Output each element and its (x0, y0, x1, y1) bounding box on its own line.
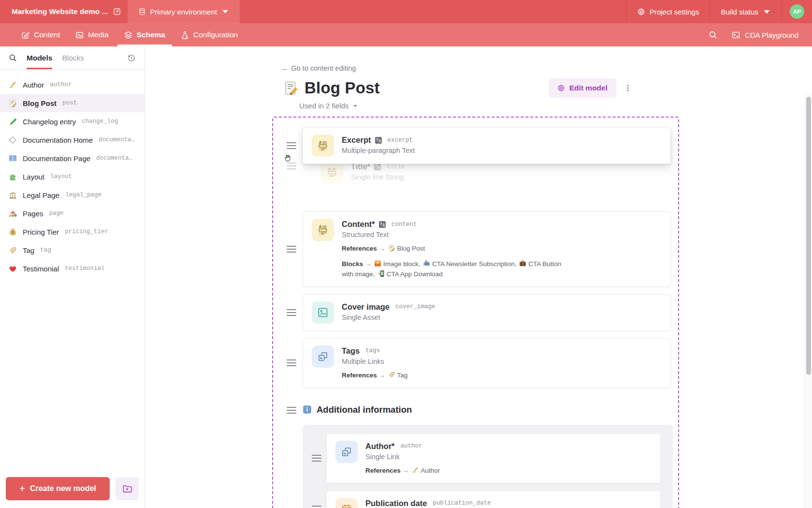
field-name: Excerpt (342, 135, 371, 145)
field-name: Author* (365, 442, 395, 451)
localized-icon (374, 164, 381, 170)
sidebar-item-author[interactable]: Authorauthor (0, 75, 145, 94)
field-name: Content* (342, 220, 375, 229)
field-card-author[interactable]: Author* author Single Link References → … (326, 433, 661, 483)
external-link-icon[interactable] (113, 8, 121, 15)
field-api-key: cover_image (395, 303, 435, 310)
tab-blocks[interactable]: Blocks (62, 46, 84, 69)
field-references: References → Tag (342, 371, 407, 381)
edit-model-button[interactable]: Edit model (549, 78, 616, 98)
asset-field-icon (312, 301, 334, 324)
sidebar-item-post[interactable]: Blog Postpost (0, 94, 145, 112)
drag-handle-ghost (287, 163, 296, 169)
field-row-tags: Tags tags Multiple Links References → Ta… (303, 338, 671, 388)
tab-configuration[interactable]: Configuration (173, 23, 246, 46)
kebab-menu-icon[interactable] (624, 84, 632, 92)
drag-handle[interactable] (287, 359, 296, 366)
chevron-down-icon (221, 8, 229, 15)
tab-content[interactable]: Content (14, 23, 68, 46)
drag-handle[interactable] (287, 407, 296, 414)
create-new-model-button[interactable]: + Create new model (6, 477, 110, 500)
field-row-excerpt: Title* title Single-line String (303, 127, 671, 204)
field-api-key: tags (365, 347, 380, 354)
model-api-key: change_log (82, 118, 118, 125)
field-references: References → Blog Post (342, 244, 570, 254)
sidebar-item-change_log[interactable]: Changelog entrychange_log (0, 112, 145, 131)
history-icon[interactable] (127, 54, 136, 62)
field-card-excerpt[interactable]: Excerpt excerpt Multiple-paragraph Text (303, 127, 671, 164)
navbar-right: CDA Playground (709, 23, 812, 46)
field-card-publication-date[interactable]: 31 Publication date publication_date Dat… (326, 491, 661, 508)
drag-handle[interactable] (287, 246, 296, 253)
drag-handle[interactable] (312, 455, 321, 462)
used-in-fields-toggle[interactable]: Used in 2 fields (299, 102, 358, 110)
pencil-square-icon (21, 31, 29, 39)
cda-playground-button[interactable]: CDA Playground (732, 31, 798, 39)
avatar[interactable]: AP (790, 4, 804, 19)
project-settings-button[interactable]: Project settings (626, 0, 710, 23)
field-api-key: title (387, 164, 405, 170)
field-card-content[interactable]: Content* content Structured Text Referen… (303, 211, 671, 287)
links-field-icon (312, 345, 334, 368)
flask-icon (181, 31, 189, 39)
build-status-button[interactable]: Build status (710, 0, 782, 23)
field-api-key: publication_date (433, 500, 491, 507)
section-title: Additional information (317, 404, 412, 415)
sidebar-item-legal_page[interactable]: Legal Pagelegal_page (0, 186, 145, 204)
text-field-icon (312, 134, 334, 157)
puzzle-icon (9, 173, 17, 181)
sidebar-header: Models Blocks (0, 46, 145, 70)
scrollbar-thumb[interactable] (806, 97, 811, 375)
field-card-tags[interactable]: Tags tags Multiple Links References → Ta… (303, 338, 671, 388)
model-api-key: documentati… (99, 136, 136, 143)
vertical-scrollbar[interactable] (805, 93, 812, 508)
calendar-field-icon: 31 (335, 498, 358, 508)
sidebar-item-pricing_tier[interactable]: Pricing Tierpricing_tier (0, 223, 145, 241)
sidebar-item-tag[interactable]: Tagtag (0, 241, 145, 259)
topbar-spacer (240, 0, 626, 23)
heart-icon (9, 265, 17, 273)
field-card-cover-image[interactable]: Cover image cover_image Single Asset (303, 294, 671, 331)
mailbox-icon (423, 260, 430, 267)
edit-model-label: Edit model (569, 84, 608, 92)
model-name: Legal Page (23, 191, 59, 199)
sidebar-item-layout[interactable]: Layoutlayout (0, 167, 145, 186)
field-name: Tags (342, 346, 360, 356)
model-list: AuthorauthorBlog PostpostChangelog entry… (0, 70, 145, 278)
field-row-publication-date: 31 Publication date publication_date Dat… (326, 491, 661, 508)
terminal-icon (732, 31, 740, 39)
project-title-area[interactable]: Marketing Website demo ... (0, 0, 128, 23)
money-bag-icon (9, 228, 17, 236)
back-to-content-link[interactable]: ← Go to content editing (272, 64, 356, 72)
topbar: Marketing Website demo ... Primary envir… (0, 0, 812, 23)
sidebar-item-documentati[interactable]: Documentation Homedocumentati… (0, 131, 145, 149)
writing-hand-icon (9, 81, 17, 89)
tab-schema[interactable]: Schema (116, 23, 173, 46)
main-navbar: Content Media Schema Configuration CDA P… (0, 23, 812, 46)
memo-icon (284, 81, 298, 95)
bank-icon (9, 191, 17, 199)
sidebar-item-testimonial[interactable]: Testimonialtestimonial (0, 259, 145, 278)
drag-handle[interactable] (287, 142, 296, 149)
sidebar-item-documentatio[interactable]: Documentation Pagedocumentatio… (0, 149, 145, 167)
chevron-down-icon (763, 8, 771, 16)
build-status-label: Build status (721, 8, 758, 16)
search-icon[interactable] (9, 54, 17, 62)
field-api-key: content (392, 221, 417, 228)
drag-handle[interactable] (312, 506, 321, 508)
main-content: ← Go to content editing Blog Post Edit m… (145, 46, 812, 508)
model-api-key: pricing_tier (65, 228, 108, 235)
sidebar-item-page[interactable]: Pagespage (0, 204, 145, 223)
tab-models[interactable]: Models (27, 46, 52, 69)
drag-handle[interactable] (287, 309, 296, 316)
field-name: Publication date (365, 499, 427, 508)
add-folder-button[interactable] (116, 477, 139, 500)
field-row-content: Content* content Structured Text Referen… (303, 211, 671, 287)
search-icon[interactable] (709, 30, 717, 39)
field-name: Cover image (342, 302, 390, 312)
tab-media[interactable]: Media (68, 23, 116, 46)
text-field-icon (321, 161, 343, 183)
model-name: Blog Post (23, 99, 57, 107)
model-api-key: layout (50, 173, 72, 180)
environment-switcher[interactable]: Primary environment (128, 0, 240, 23)
